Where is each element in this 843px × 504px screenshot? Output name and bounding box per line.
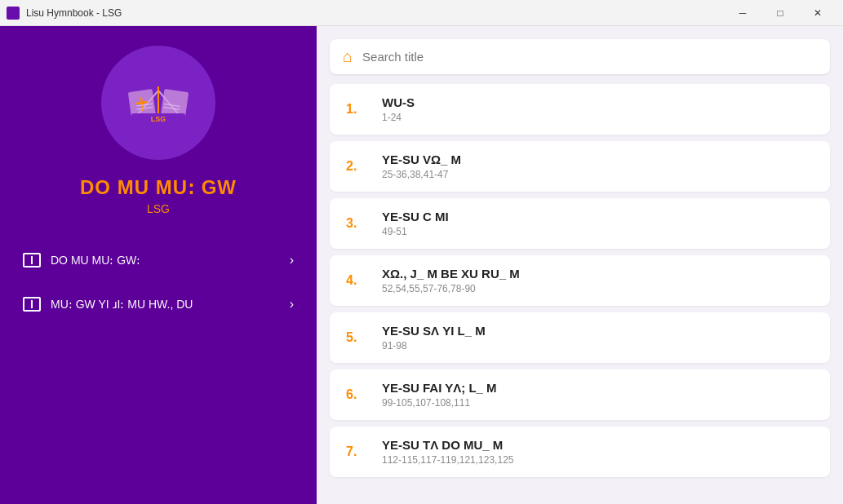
hymn-item-6[interactable]: 6. YE-SU FAI YΛ; L_ M 99-105,107-108,111: [330, 369, 830, 420]
hymn-item-3[interactable]: 3. YE-SU C MI 49-51: [330, 198, 830, 249]
nav-items: DO MU MU꞉ GW꞉ › MU꞉ GW YI ɹI꞉ MU HW., DU…: [0, 241, 317, 323]
hymn-title-7: YE-SU TΛ DO MU_ M: [382, 438, 814, 452]
home-icon: ⌂: [343, 47, 353, 66]
hymn-title-3: YE-SU C MI: [382, 210, 814, 223]
main-content: ⌂ 1. WU-S 1-24 2. YE-SU VΩ_ M 25-36,38,4…: [317, 26, 843, 504]
hymn-details-1: WU-S 1-24: [382, 95, 814, 123]
hymn-item-5[interactable]: 5. YE-SU SΛ YI L_ M 91-98: [330, 312, 830, 363]
chevron-right-icon-1: ›: [290, 253, 294, 267]
hymn-number-1: 1.: [346, 102, 366, 117]
maximize-button[interactable]: □: [761, 0, 799, 26]
hymn-title-5: YE-SU SΛ YI L_ M: [382, 324, 814, 338]
hymn-number-7: 7.: [346, 444, 366, 459]
svg-rect-0: [9, 9, 17, 17]
hymn-item-2[interactable]: 2. YE-SU VΩ_ M 25-36,38,41-47: [330, 141, 830, 192]
hymn-details-7: YE-SU TΛ DO MU_ M 112-115,117-119,121,12…: [382, 438, 814, 466]
minimize-button[interactable]: ─: [724, 0, 761, 26]
app-title: DO MU MU꞉ GW: [80, 176, 237, 199]
app-subtitle: LSG: [147, 202, 170, 215]
title-bar: Lisu Hymnbook - LSG ─ □ ✕: [0, 0, 843, 26]
hymn-range-1: 1-24: [382, 112, 814, 123]
hymn-details-3: YE-SU C MI 49-51: [382, 210, 814, 237]
book-icon-2: [23, 297, 41, 312]
book-logo-icon: LSG: [122, 74, 195, 131]
hymn-range-7: 112-115,117-119,121,123,125: [382, 454, 814, 466]
search-bar: ⌂: [330, 39, 830, 74]
hymn-title-2: YE-SU VΩ_ M: [382, 153, 814, 166]
hymn-range-6: 99-105,107-108,111: [382, 397, 814, 409]
hymn-range-3: 49-51: [382, 226, 814, 237]
hymn-item-1[interactable]: 1. WU-S 1-24: [330, 84, 830, 135]
hymn-details-5: YE-SU SΛ YI L_ M 91-98: [382, 324, 814, 351]
hymn-list: 1. WU-S 1-24 2. YE-SU VΩ_ M 25-36,38,41-…: [330, 84, 830, 477]
logo-circle: LSG: [101, 46, 215, 160]
nav-label-2: MU꞉ GW YI ɹI꞉ MU HW., DU: [51, 298, 193, 311]
svg-text:LSG: LSG: [151, 115, 166, 123]
hymn-number-3: 3.: [346, 216, 366, 231]
search-input[interactable]: [362, 50, 817, 64]
hymn-number-6: 6.: [346, 387, 366, 402]
book-icon-1: [23, 253, 41, 267]
hymn-title-6: YE-SU FAI YΛ; L_ M: [382, 381, 814, 395]
hymn-range-5: 91-98: [382, 340, 814, 351]
hymn-details-2: YE-SU VΩ_ M 25-36,38,41-47: [382, 153, 814, 180]
hymn-item-7[interactable]: 7. YE-SU TΛ DO MU_ M 112-115,117-119,121…: [330, 427, 830, 477]
nav-item-mu-gw[interactable]: MU꞉ GW YI ɹI꞉ MU HW., DU ›: [13, 285, 304, 323]
hymn-range-2: 25-36,38,41-47: [382, 169, 814, 180]
window-title: Lisu Hymnbook - LSG: [26, 7, 122, 19]
title-bar-controls: ─ □ ✕: [724, 0, 836, 26]
hymn-title-4: XΩ., J_ M BE XU RU_ M: [382, 267, 814, 281]
close-button[interactable]: ✕: [799, 0, 836, 26]
hymn-item-4[interactable]: 4. XΩ., J_ M BE XU RU_ M 52,54,55,57-76,…: [330, 255, 830, 306]
app-container: LSG DO MU MU꞉ GW LSG DO MU MU꞉ GW꞉ ›: [0, 26, 843, 504]
hymn-number-5: 5.: [346, 330, 366, 345]
nav-label-1: DO MU MU꞉ GW꞉: [51, 254, 140, 267]
nav-item-do-mu[interactable]: DO MU MU꞉ GW꞉ ›: [13, 241, 304, 279]
hymn-details-6: YE-SU FAI YΛ; L_ M 99-105,107-108,111: [382, 381, 814, 409]
hymn-number-2: 2.: [346, 159, 366, 174]
hymn-number-4: 4.: [346, 273, 366, 288]
hymn-title-1: WU-S: [382, 95, 814, 109]
chevron-right-icon-2: ›: [290, 297, 294, 312]
app-icon: [7, 7, 20, 20]
title-bar-left: Lisu Hymnbook - LSG: [7, 7, 122, 20]
hymn-details-4: XΩ., J_ M BE XU RU_ M 52,54,55,57-76,78-…: [382, 267, 814, 294]
hymn-range-4: 52,54,55,57-76,78-90: [382, 283, 814, 294]
sidebar: LSG DO MU MU꞉ GW LSG DO MU MU꞉ GW꞉ ›: [0, 26, 317, 504]
